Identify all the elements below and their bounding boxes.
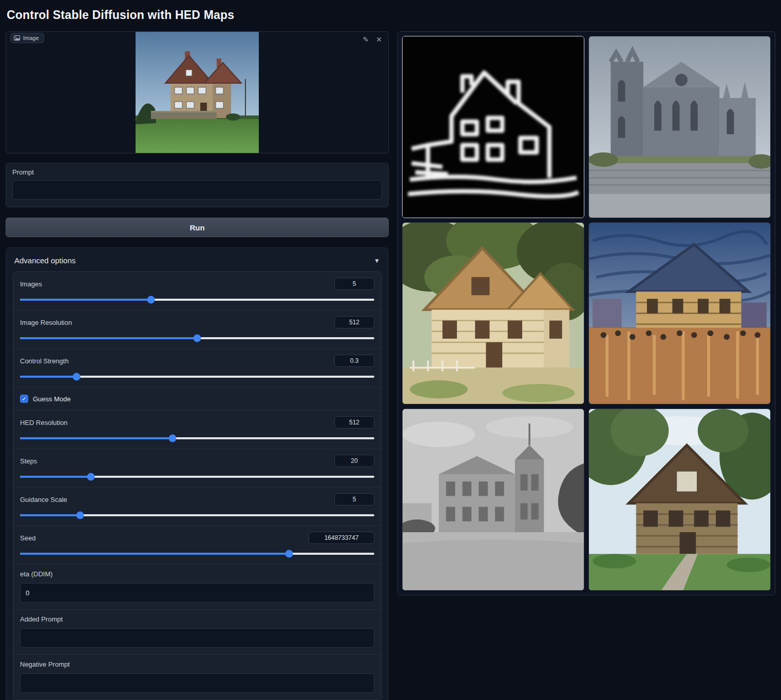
image-actions: ✎ ✕ [363, 36, 382, 43]
slider-images-track[interactable] [20, 296, 374, 303]
slider-image-resolution-value[interactable] [334, 316, 374, 328]
slider-hed-resolution: HED Resolution [13, 411, 381, 449]
image-upload[interactable]: Image ✎ ✕ [6, 31, 389, 153]
slider-hed-resolution-handle[interactable] [168, 434, 176, 442]
hed-map-image [403, 36, 584, 218]
slider-control-strength-label: Control Strength [20, 357, 69, 365]
stylized-building-image [589, 223, 770, 404]
left-panel: Image ✎ ✕ [6, 31, 389, 700]
slider-image-resolution: Image Resolution [13, 310, 381, 349]
slider-guidance-scale: Guidance Scale [13, 488, 381, 526]
eta-field: eta (DDIM) [13, 565, 381, 610]
page-title: Control Stable Diffusion with HED Maps [7, 8, 775, 22]
slider-images: Images [13, 272, 381, 310]
guess-mode-checkbox[interactable]: ✓ [20, 395, 28, 403]
chevron-down-icon: ▼ [374, 257, 380, 264]
slider-control-strength-value[interactable] [334, 355, 374, 367]
gallery-item-hed-map[interactable] [402, 36, 584, 218]
slider-guidance-scale-value[interactable] [334, 493, 374, 505]
slider-image-resolution-handle[interactable] [194, 334, 201, 342]
image-label: Image [23, 35, 39, 41]
gallery-item-grayscale-building[interactable] [402, 409, 584, 591]
slider-image-resolution-label: Image Resolution [20, 319, 72, 326]
slider-seed: Seed [13, 526, 381, 565]
eta-label: eta (DDIM) [20, 570, 374, 578]
slider-steps-label: Steps [20, 457, 37, 465]
advanced-options-title: Advanced options [14, 256, 75, 265]
gallery-item-country-house[interactable] [588, 409, 771, 591]
slider-steps-track[interactable] [20, 473, 374, 480]
added-prompt-label: Added Prompt [20, 615, 374, 623]
slider-steps-handle[interactable] [87, 473, 95, 480]
run-button[interactable]: Run [6, 218, 389, 237]
slider-guidance-scale-handle[interactable] [77, 511, 84, 519]
prompt-label: Prompt [12, 168, 382, 176]
negative-prompt-label: Negative Prompt [20, 660, 374, 668]
slider-image-resolution-track[interactable] [20, 334, 374, 342]
slider-guidance-scale-track[interactable] [20, 511, 374, 519]
slider-hed-resolution-label: HED Resolution [20, 419, 68, 426]
slider-guidance-scale-label: Guidance Scale [20, 496, 67, 503]
slider-seed-value[interactable] [309, 532, 374, 544]
country-house-image [589, 409, 770, 590]
slider-images-label: Images [20, 280, 42, 288]
slider-hed-resolution-value[interactable] [334, 416, 374, 429]
slider-images-handle[interactable] [147, 296, 155, 303]
added-prompt-field: Added Prompt [13, 610, 381, 655]
prompt-block: Prompt [6, 163, 389, 207]
advanced-options-header[interactable]: Advanced options ▼ [13, 253, 382, 271]
image-icon [14, 35, 20, 41]
slider-seed-handle[interactable] [285, 550, 293, 557]
negative-prompt-input[interactable] [20, 673, 374, 693]
advanced-form: Images Image Resolution [13, 271, 382, 700]
slider-control-strength: Control Strength [13, 349, 381, 387]
prompt-input[interactable] [12, 180, 382, 200]
slider-images-value[interactable] [334, 278, 374, 290]
slider-hed-resolution-track[interactable] [20, 434, 374, 442]
slider-seed-track[interactable] [20, 550, 374, 557]
slider-seed-label: Seed [20, 534, 35, 542]
guess-mode-label: Guess Mode [33, 395, 71, 403]
guess-mode-row[interactable]: ✓ Guess Mode [13, 387, 381, 411]
painted-house-image [403, 223, 584, 404]
gallery-item-painted-house[interactable] [402, 222, 584, 404]
negative-prompt-field: Negative Prompt [13, 655, 381, 699]
check-icon: ✓ [22, 396, 26, 402]
added-prompt-input[interactable] [20, 628, 374, 648]
eta-input[interactable] [20, 583, 374, 602]
slider-steps: Steps [13, 449, 381, 488]
advanced-options: Advanced options ▼ Images Imag [6, 247, 389, 700]
output-gallery [397, 31, 775, 595]
edit-icon[interactable]: ✎ [363, 36, 369, 43]
slider-steps-value[interactable] [334, 455, 374, 467]
gallery-item-cathedral[interactable] [588, 36, 771, 218]
grayscale-building-image [403, 409, 584, 590]
image-label-chip: Image [10, 33, 44, 43]
close-icon[interactable]: ✕ [376, 36, 382, 43]
cathedral-image [589, 36, 770, 218]
slider-control-strength-handle[interactable] [73, 373, 81, 380]
uploaded-house-image [136, 32, 259, 153]
gallery-item-stylized-building[interactable] [588, 222, 771, 404]
main-layout: Image ✎ ✕ [6, 31, 775, 700]
slider-control-strength-track[interactable] [20, 373, 374, 380]
